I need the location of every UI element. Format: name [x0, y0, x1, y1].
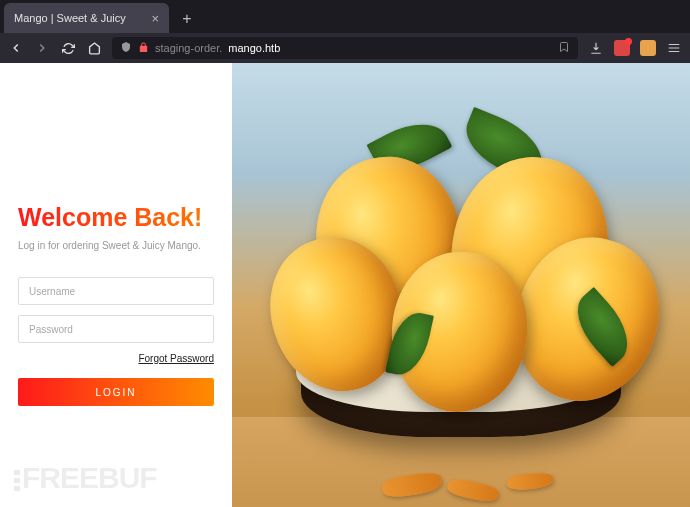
shield-icon: [120, 41, 132, 55]
login-panel: Welcome Back! Log in for ordering Sweet …: [0, 63, 232, 507]
extension-icon-1[interactable]: [614, 40, 630, 56]
page-title: Welcome Back!: [18, 203, 214, 232]
login-button[interactable]: LOGIN: [18, 378, 214, 406]
close-tab-icon[interactable]: ×: [151, 11, 159, 26]
forward-button: [34, 40, 50, 56]
address-bar[interactable]: staging-order.mango.htb: [112, 37, 578, 59]
username-input[interactable]: [18, 277, 214, 305]
lock-warning-icon[interactable]: [138, 42, 149, 55]
url-prefix: staging-order.: [155, 42, 222, 54]
bookmark-icon[interactable]: [558, 41, 570, 55]
browser-tab[interactable]: Mango | Sweet & Juicy ×: [4, 3, 169, 33]
menu-icon[interactable]: [666, 40, 682, 56]
home-button[interactable]: [86, 40, 102, 56]
extension-icon-2[interactable]: [640, 40, 656, 56]
toolbar-right: [588, 40, 682, 56]
watermark-text: FREEBUF: [22, 461, 157, 494]
nav-bar: staging-order.mango.htb: [0, 33, 690, 63]
notification-dot-icon: [625, 38, 632, 45]
reload-button[interactable]: [60, 40, 76, 56]
password-input[interactable]: [18, 315, 214, 343]
tab-strip: Mango | Sweet & Juicy × +: [0, 0, 690, 33]
back-button[interactable]: [8, 40, 24, 56]
browser-chrome: Mango | Sweet & Juicy × + staging-order.…: [0, 0, 690, 63]
new-tab-button[interactable]: +: [173, 5, 201, 33]
page-content: Welcome Back! Log in for ordering Sweet …: [0, 63, 690, 507]
forgot-password-link[interactable]: Forgot Password: [18, 353, 214, 364]
watermark-logo: FREEBUF: [14, 461, 157, 495]
url-domain: mango.htb: [228, 42, 280, 54]
page-subtitle: Log in for ordering Sweet & Juicy Mango.: [18, 240, 214, 251]
downloads-icon[interactable]: [588, 40, 604, 56]
tab-title: Mango | Sweet & Juicy: [14, 12, 145, 24]
hero-image: [232, 63, 690, 507]
